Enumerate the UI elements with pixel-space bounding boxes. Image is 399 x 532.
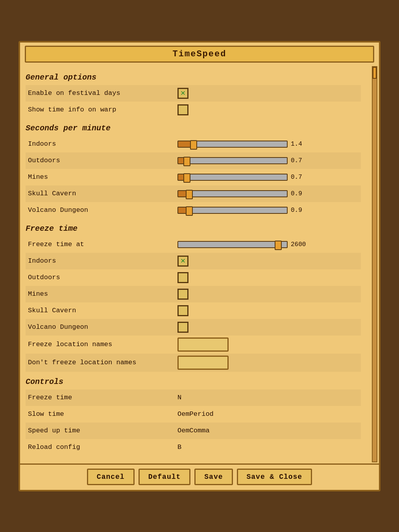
dont-freeze-location-names-row: Don't freeze location names xyxy=(26,354,361,372)
freeze-volcano-dungeon-control xyxy=(177,322,188,333)
main-window: TimeSpeed General options Enable on fest… xyxy=(18,41,381,491)
seconds-per-minute-header: Seconds per minute xyxy=(26,124,361,133)
freeze-location-names-label: Freeze location names xyxy=(28,341,177,348)
indoors-label: Indoors xyxy=(28,140,177,148)
dont-freeze-location-names-control xyxy=(177,356,229,370)
enable-festival-checkbox[interactable] xyxy=(177,88,188,99)
default-button[interactable]: Default xyxy=(139,469,191,485)
reload-config-control-row: Reload config B xyxy=(26,439,361,456)
freeze-time-control-value: N xyxy=(177,394,181,401)
outdoors-label: Outdoors xyxy=(28,157,177,164)
save-close-button[interactable]: Save & Close xyxy=(237,469,312,485)
mines-spm-slider-track[interactable] xyxy=(177,174,288,181)
show-time-warp-row: Show time info on warp xyxy=(26,102,361,118)
outdoors-slider-container: 0.7 xyxy=(177,157,307,164)
show-time-warp-checkbox[interactable] xyxy=(177,104,188,115)
show-time-warp-control xyxy=(177,104,188,115)
mines-spm-slider-thumb[interactable] xyxy=(183,173,190,183)
freeze-time-at-row: Freeze time at 2600 xyxy=(26,236,361,253)
freeze-indoors-label: Indoors xyxy=(28,257,177,265)
skull-cavern-spm-slider-value: 0.9 xyxy=(291,190,307,197)
window-title: TimeSpeed xyxy=(173,49,227,59)
freeze-mines-label: Mines xyxy=(28,290,177,298)
freeze-outdoors-checkbox[interactable] xyxy=(177,272,188,283)
slow-time-control-label: Slow time xyxy=(28,410,177,418)
freeze-skull-cavern-checkbox[interactable] xyxy=(177,305,188,316)
enable-festival-row: Enable on festival days xyxy=(26,85,361,102)
indoors-slider-thumb[interactable] xyxy=(190,140,197,150)
skull-cavern-spm-label: Skull Cavern xyxy=(28,190,177,197)
dont-freeze-location-names-input[interactable] xyxy=(177,356,229,370)
speed-up-time-control-value: OemComma xyxy=(177,427,210,434)
volcano-dungeon-spm-slider-track[interactable] xyxy=(177,207,288,214)
volcano-dungeon-spm-slider-container: 0.9 xyxy=(177,207,307,214)
slow-time-control-row: Slow time OemPeriod xyxy=(26,406,361,423)
freeze-indoors-control xyxy=(177,256,188,267)
footer: Cancel Default Save Save & Close xyxy=(20,463,379,487)
skull-cavern-spm-slider-thumb[interactable] xyxy=(186,190,193,199)
freeze-time-header: Freeze time xyxy=(26,224,361,233)
mines-spm-label: Mines xyxy=(28,173,177,181)
freeze-skull-cavern-control xyxy=(177,305,188,316)
freeze-indoors-checkbox[interactable] xyxy=(177,256,188,267)
indoors-slider-track[interactable] xyxy=(177,141,288,148)
slow-time-control-value: OemPeriod xyxy=(177,410,214,418)
freeze-time-control-row: Freeze time N xyxy=(26,389,361,406)
freeze-indoors-row: Indoors xyxy=(26,253,361,269)
enable-festival-control xyxy=(177,88,188,99)
freeze-location-names-row: Freeze location names xyxy=(26,336,361,354)
freeze-outdoors-row: Outdoors xyxy=(26,269,361,286)
volcano-dungeon-spm-row: Volcano Dungeon 0.9 xyxy=(26,202,361,219)
freeze-time-at-slider-fill xyxy=(178,242,278,247)
mines-spm-slider-value: 0.7 xyxy=(291,174,307,181)
freeze-time-at-slider-value: 2600 xyxy=(291,241,307,248)
skull-cavern-spm-row: Skull Cavern 0.9 xyxy=(26,185,361,202)
speed-up-time-control-label: Speed up time xyxy=(28,427,177,434)
content-area: General options Enable on festival days … xyxy=(20,63,372,460)
volcano-dungeon-spm-slider-thumb[interactable] xyxy=(186,206,193,216)
mines-spm-row: Mines 0.7 xyxy=(26,169,361,185)
volcano-dungeon-spm-label: Volcano Dungeon xyxy=(28,206,177,214)
freeze-volcano-dungeon-label: Volcano Dungeon xyxy=(28,323,177,331)
freeze-mines-control xyxy=(177,289,188,300)
freeze-time-control-label: Freeze time xyxy=(28,394,177,401)
save-button[interactable]: Save xyxy=(194,469,233,485)
skull-cavern-spm-slider-container: 0.9 xyxy=(177,190,307,197)
dont-freeze-location-names-label: Don't freeze location names xyxy=(28,359,177,366)
show-time-warp-label: Show time info on warp xyxy=(28,106,177,113)
outdoors-slider-value: 0.7 xyxy=(291,157,307,164)
enable-festival-label: Enable on festival days xyxy=(28,89,177,97)
freeze-mines-row: Mines xyxy=(26,286,361,302)
freeze-time-at-slider-track[interactable] xyxy=(177,241,288,248)
freeze-volcano-dungeon-checkbox[interactable] xyxy=(177,322,188,333)
freeze-skull-cavern-row: Skull Cavern xyxy=(26,302,361,319)
freeze-outdoors-label: Outdoors xyxy=(28,274,177,281)
outdoors-slider-track[interactable] xyxy=(177,157,288,164)
indoors-slider-container: 1.4 xyxy=(177,141,307,148)
volcano-dungeon-spm-slider-value: 0.9 xyxy=(291,207,307,214)
reload-config-control-label: Reload config xyxy=(28,443,177,451)
scrollbar-thumb[interactable] xyxy=(373,67,377,79)
title-bar: TimeSpeed xyxy=(25,46,374,63)
controls-header: Controls xyxy=(26,377,361,386)
cancel-button[interactable]: Cancel xyxy=(87,469,135,485)
freeze-location-names-control xyxy=(177,337,229,352)
indoors-row: Indoors 1.4 xyxy=(26,136,361,152)
outdoors-row: Outdoors 0.7 xyxy=(26,152,361,169)
freeze-volcano-dungeon-row: Volcano Dungeon xyxy=(26,319,361,336)
freeze-outdoors-control xyxy=(177,272,188,283)
indoors-slider-value: 1.4 xyxy=(291,141,307,148)
freeze-time-at-slider-thumb[interactable] xyxy=(275,241,282,250)
freeze-mines-checkbox[interactable] xyxy=(177,289,188,300)
mines-spm-slider-container: 0.7 xyxy=(177,174,307,181)
scrollbar[interactable] xyxy=(372,66,377,462)
freeze-skull-cavern-label: Skull Cavern xyxy=(28,307,177,314)
speed-up-time-control-row: Speed up time OemComma xyxy=(26,423,361,439)
freeze-time-at-slider-container: 2600 xyxy=(177,241,307,248)
general-options-header: General options xyxy=(26,73,361,82)
outdoors-slider-thumb[interactable] xyxy=(183,157,190,166)
skull-cavern-spm-slider-track[interactable] xyxy=(177,190,288,197)
reload-config-control-value: B xyxy=(177,443,181,451)
freeze-location-names-input[interactable] xyxy=(177,337,229,352)
freeze-time-at-label: Freeze time at xyxy=(28,241,177,248)
